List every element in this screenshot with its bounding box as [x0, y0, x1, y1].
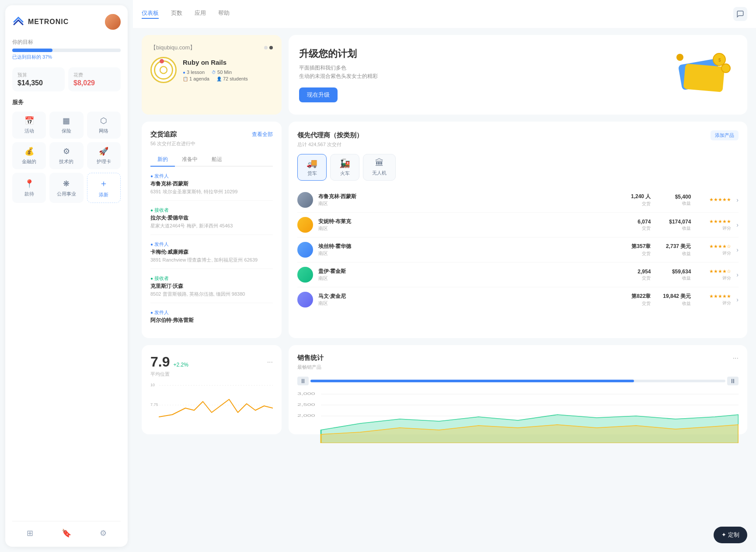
agent-info: 马文·麦金尼 南区	[318, 293, 615, 307]
avatar	[297, 217, 313, 233]
upgrade-illustration: $	[667, 49, 737, 101]
network-label: 网络	[99, 128, 108, 134]
truck-icon: 🚚	[307, 158, 317, 168]
agent-rating: ★★★★★ 评分	[696, 293, 731, 306]
agents-card: 领先代理商（按类别） 添加产品 总计 424,567 次交付 🚚 货车 🚂 火车…	[289, 122, 747, 338]
avatar	[297, 292, 313, 307]
course-dot	[160, 59, 164, 63]
service-tech[interactable]: ⚙ 技术的	[49, 142, 83, 169]
tech-icon: ⚙	[63, 147, 70, 156]
receiver-addr: 星家大道2464号 梅萨, 新泽西州 45463	[150, 223, 273, 229]
students-val: 72 students	[223, 76, 248, 81]
services-title: 服务	[12, 98, 121, 106]
cat-drone[interactable]: 🏛 无人机	[363, 154, 396, 181]
logo: METRONIC	[12, 16, 69, 28]
trans-label: 交货	[642, 225, 651, 231]
service-network[interactable]: ⬡ 网络	[87, 112, 121, 139]
duration-item: ⏱ 50 Min	[212, 70, 232, 75]
line-chart-area: 10 7.75	[150, 382, 273, 417]
clock-icon: ⏱	[212, 70, 216, 75]
arrow-icon[interactable]: ›	[736, 246, 739, 253]
topnav-links: 仪表板 页数 应用 帮助	[142, 9, 230, 19]
agent-name: 安妮特·布莱克	[318, 218, 615, 225]
goal-label: 你的目标	[12, 38, 121, 46]
service-nursing[interactable]: 🚀 护理卡	[87, 142, 121, 169]
rating-label: 评分	[722, 250, 731, 256]
topnav: 仪表板 页数 应用 帮助	[133, 0, 756, 28]
stars: ★★★★★	[709, 197, 731, 203]
nav-help[interactable]: 帮助	[218, 9, 230, 19]
agent-region: 南区	[318, 300, 615, 307]
agent-stat: 第357章 交货	[620, 243, 651, 257]
arrow-icon[interactable]: ›	[736, 221, 739, 228]
activity-label: 活动	[24, 128, 34, 134]
add-product-button[interactable]: 添加产品	[711, 130, 739, 140]
list-item: ● 发件人 卡梅伦·威廉姆森 3891 Ranchview 理查森博士, 加利福…	[150, 241, 273, 269]
agenda-val: 1 agenda	[189, 76, 209, 81]
chat-icon[interactable]	[733, 7, 747, 21]
trans-val: 第357章	[631, 243, 651, 250]
budget-row: 预算 $14,350 花费 $8,029	[12, 67, 121, 91]
delivery-tabs: 新的 准备中 船运	[150, 153, 273, 167]
rev-label: 收益	[682, 200, 691, 206]
rating-label: 评分	[722, 275, 731, 281]
table-row: 盖伊·霍金斯 南区 2,954 交货 $59,634 收益 ★★★★☆	[297, 262, 739, 287]
cat-truck[interactable]: 🚚 货车	[297, 154, 327, 181]
tab-new[interactable]: 新的	[150, 153, 175, 167]
avg-card: 7.9 +2.2% ··· 平均位置 10 7.75	[142, 345, 282, 434]
agent-info: 布鲁克林·西蒙斯 南区	[318, 193, 615, 207]
layers-icon[interactable]: ⊞	[27, 528, 33, 538]
upgrade-title: 升级您的计划	[299, 47, 378, 60]
logo-icon	[12, 16, 24, 28]
cat-train[interactable]: 🚂 火车	[330, 154, 359, 181]
service-activity[interactable]: 📅 活动	[12, 112, 46, 139]
service-finance[interactable]: 💰 金融的	[12, 142, 46, 169]
svg-text:7.75: 7.75	[150, 402, 158, 407]
service-public[interactable]: ❋ 公用事业	[49, 173, 83, 203]
nav-dashboard[interactable]: 仪表板	[142, 9, 159, 19]
rev-label: 收益	[682, 300, 691, 307]
role-label: ● 发件人	[150, 309, 273, 316]
agent-name: 马文·麦金尼	[318, 293, 615, 300]
sales-more-button[interactable]: ···	[733, 354, 739, 362]
view-all-link[interactable]: 查看全部	[252, 131, 273, 138]
sender-name: 布鲁克林·西蒙斯	[150, 180, 273, 188]
service-hospitality[interactable]: 📍 款待	[12, 173, 46, 203]
stars: ★★★★☆	[709, 269, 731, 274]
tab-preparing[interactable]: 准备中	[175, 153, 205, 166]
upgrade-button[interactable]: 现在升级	[299, 87, 338, 102]
service-add[interactable]: ＋ 添新	[87, 173, 121, 203]
category-tabs: 🚚 货车 🚂 火车 🏛 无人机	[297, 154, 739, 181]
trans-label: 交货	[642, 275, 651, 281]
tab-shipping[interactable]: 船运	[205, 153, 229, 166]
arrow-icon[interactable]: ›	[736, 296, 739, 303]
svg-text:$: $	[718, 58, 721, 63]
rev-val: $174,074	[669, 219, 691, 225]
nursing-icon: 🚀	[99, 147, 108, 156]
arrow-icon[interactable]: ›	[736, 271, 739, 278]
sender2-name: 卡梅伦·威廉姆森	[150, 248, 273, 256]
budget-card: 预算 $14,350	[12, 67, 65, 91]
delivery-subtitle: 56 次交付正在进行中	[150, 140, 273, 147]
trans-val: 第822章	[631, 293, 651, 300]
sender2-addr: 3891 Ranchview 理查森博士, 加利福尼亚州 62639	[150, 257, 273, 263]
service-insurance[interactable]: ▦ 保险	[49, 112, 83, 139]
customize-button[interactable]: ✦ 定制	[714, 527, 747, 543]
arrow-icon[interactable]: ›	[736, 196, 739, 203]
rev-label: 收益	[682, 251, 691, 257]
nav-apps[interactable]: 应用	[195, 9, 206, 19]
nav-pages[interactable]: 页数	[171, 9, 182, 19]
hospitality-icon: 📍	[24, 179, 34, 189]
settings-icon[interactable]: ⚙	[100, 528, 107, 538]
bookmark-icon[interactable]: 🔖	[62, 528, 71, 538]
finance-label: 金融的	[22, 158, 36, 165]
content: 【biqubiqu.com】 Ruby on Rails	[133, 28, 756, 552]
agent-region: 南区	[318, 225, 615, 232]
role-label: ● 接收者	[150, 207, 273, 213]
rev-val: $59,634	[672, 269, 691, 275]
more-button[interactable]: ···	[267, 358, 273, 366]
lessons-icon: ●	[183, 70, 185, 75]
rating-label: 评分	[722, 300, 731, 306]
budget-value: $14,350	[17, 79, 59, 87]
sales-card: 销售统计 ··· 最畅销产品 ⏸ ⏸ 3,000 2,500 2,00	[289, 345, 747, 434]
